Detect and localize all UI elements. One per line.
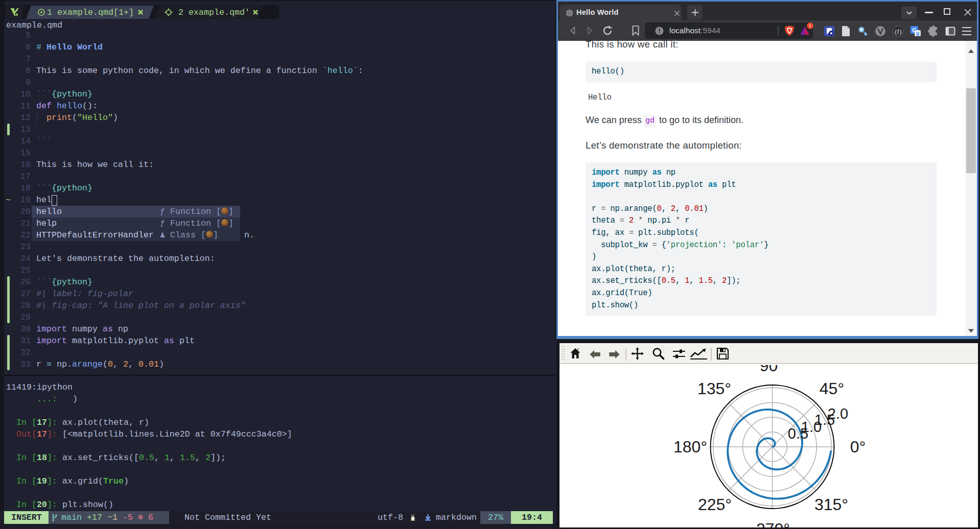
- svg-text:g: g: [916, 31, 919, 36]
- svg-text:(f): (f): [895, 28, 902, 35]
- svg-text:90°: 90°: [760, 365, 784, 375]
- svg-text:135°: 135°: [697, 379, 731, 398]
- svg-text:315°: 315°: [814, 495, 848, 514]
- svg-text:0°: 0°: [850, 438, 866, 456]
- svg-text:270°: 270°: [756, 520, 790, 527]
- svg-text:225°: 225°: [698, 495, 732, 514]
- svg-text:45°: 45°: [820, 379, 844, 398]
- svg-text:180°: 180°: [673, 438, 707, 456]
- svg-text:2.0: 2.0: [828, 405, 848, 422]
